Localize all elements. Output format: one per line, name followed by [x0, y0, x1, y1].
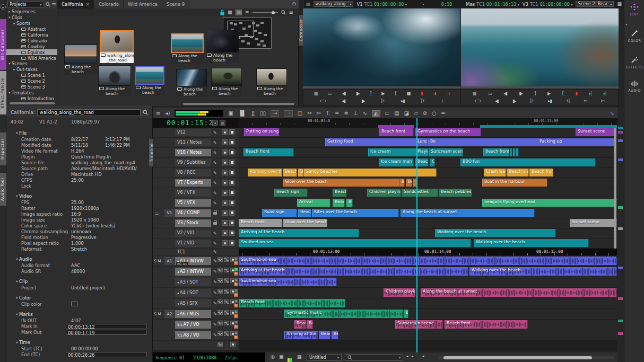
timeline-clip[interactable]: B: [404, 310, 408, 318]
timeline-clip[interactable]: Along the beach at sunset: [421, 288, 617, 297]
record-button[interactable]: ○: [432, 111, 437, 116]
timeline-clip[interactable]: Packing up: [537, 138, 616, 146]
play-button[interactable]: ▶: [547, 91, 550, 96]
track-lock-icon[interactable]: [213, 218, 217, 228]
solo-mute-stack[interactable]: SM: [234, 331, 238, 339]
track-name-button-V12[interactable]: V12: [175, 129, 211, 136]
timeline-search-field[interactable]: ▾: [345, 354, 403, 361]
collapse-left-rail-button[interactable]: ▸: [1, 4, 6, 10]
tc-display-prev-button[interactable]: ◂: [212, 120, 218, 126]
source-clip-dropdown[interactable]: walking_along_▾: [314, 1, 354, 7]
play-button[interactable]: ▶: [381, 91, 384, 96]
track-pencil-icon[interactable]: ✎: [213, 168, 217, 178]
mark-clip-button[interactable]: ▭: [488, 91, 492, 96]
automation-curve-button[interactable]: [224, 310, 229, 315]
sidebar-item-color[interactable]: COLOR: [624, 30, 644, 43]
add-marker-button[interactable]: ▮: [421, 91, 422, 96]
timeline-clip[interactable]: [418, 257, 617, 265]
timeline-clip[interactable]: Sandcastles: [402, 189, 438, 197]
speaker-icon[interactable]: ◂): [165, 111, 170, 116]
timeline-clip[interactable]: Beach front: [243, 148, 294, 156]
pan-button[interactable]: ✏: [441, 111, 446, 116]
solo-mute-stack[interactable]: SM: [234, 289, 238, 297]
waveform-toggle-button[interactable]: [217, 310, 223, 315]
timeline-clip[interactable]: Be: [428, 138, 537, 146]
timeline-clip[interactable]: Suncream scene: [429, 148, 463, 156]
snap-icon[interactable]: ▦: [297, 354, 302, 359]
timeline-clip[interactable]: Be: [346, 199, 353, 207]
timeline-clip[interactable]: Sunset scene: [576, 128, 617, 136]
bin-clip-thumbnail[interactable]: [100, 30, 134, 52]
timeline-clip[interactable]: Beach: [333, 199, 345, 207]
track-pencil-icon[interactable]: ✎: [213, 330, 217, 340]
timeline-clip[interactable]: Ice cream: [368, 148, 415, 156]
timeline-clip[interactable]: Road sign: [262, 209, 297, 217]
timeline-clip[interactable]: Arriving at the beach: [239, 267, 468, 276]
lift-button[interactable]: ≑: [344, 111, 349, 116]
waveform-toggle-button[interactable]: [217, 268, 223, 272]
timeline-clip[interactable]: Walking over the beach: [435, 229, 556, 237]
track-name-button-A7[interactable]: 5.1A7 / VO: [175, 321, 211, 329]
step-backward-button[interactable]: ◂▮: [503, 91, 507, 96]
mute-button[interactable]: M: [234, 282, 238, 286]
timeline-clip[interactable]: Beach: [283, 169, 297, 176]
timeline-clip[interactable]: Getting food: [325, 138, 415, 146]
tree-item-clips[interactable]: ▾Clips: [6, 15, 57, 21]
automation-curve-button[interactable]: [224, 268, 229, 272]
track-name-button-V1[interactable]: V1 / VID: [175, 240, 211, 247]
timeline-clip[interactable]: Beach: [333, 189, 347, 197]
timeline-clip[interactable]: Beach view: [507, 169, 529, 176]
waveform-toggle-button[interactable]: [217, 342, 223, 347]
record-clip-dropdown[interactable]: Scene 2: Beac▾: [576, 1, 614, 7]
track-name-button-A8[interactable]: 7.1A8 / VO: [175, 331, 211, 339]
timeline-clip[interactable]: Be: [406, 179, 412, 187]
mark-clip-alt-button[interactable]: ⊥: [441, 99, 444, 103]
timeline-clip[interactable]: Arrival: [297, 199, 330, 207]
waveform-toggle-button[interactable]: [217, 289, 223, 294]
timeline-clip[interactable]: Gymnastics on the beach: [415, 128, 481, 136]
timeline-clip[interactable]: Be: [332, 331, 338, 339]
automation-curve-button[interactable]: [224, 321, 229, 325]
bin-tab-colorado[interactable]: Colorado: [94, 0, 124, 8]
scissors-button[interactable]: ✂: [584, 99, 587, 103]
timeline-hscroll-handle[interactable]: [443, 356, 592, 359]
splice-in-button[interactable]: →: [271, 110, 279, 117]
mark-clip-button[interactable]: ⊥: [353, 111, 358, 116]
bin-clip-thumbnail[interactable]: [135, 66, 164, 85]
bin-tab-scene-9[interactable]: Scene 9: [162, 0, 189, 8]
track-monitor-button[interactable]: [222, 160, 228, 165]
timeline-clip[interactable]: Sunscream scene: [395, 320, 443, 329]
tc-display-mode-button[interactable]: ▥: [220, 120, 225, 126]
inspector-section-clip[interactable]: ▾Clip: [6, 277, 152, 285]
inspector-section-file[interactable]: ▾File: [6, 129, 152, 137]
bin-clip-thumbnail[interactable]: [98, 65, 131, 86]
track-record-button[interactable]: [229, 210, 234, 216]
mark-out-button[interactable]: ]: [534, 91, 535, 96]
overwrite-button[interactable]: ⇉: [447, 91, 450, 96]
track-name-button-V9[interactable]: V9 / Subtitles: [175, 159, 211, 166]
mute-button[interactable]: M: [234, 335, 238, 339]
mark-out-button[interactable]: ]: [370, 91, 371, 96]
waveform-toggle-button[interactable]: [217, 321, 223, 325]
splice-in-button[interactable]: ⇉: [433, 91, 436, 96]
timeline-clip[interactable]: Be: [298, 169, 304, 176]
razor-button[interactable]: ✄: [317, 111, 321, 116]
record-grid-button[interactable]: ▦: [473, 91, 476, 96]
track-pencil-icon[interactable]: ✎: [213, 277, 217, 287]
track-name-button-V2[interactable]: V2 / VID: [175, 229, 211, 237]
timeline-clip[interactable]: Be: [307, 320, 313, 329]
inspector-section-color[interactable]: ▾Color: [6, 294, 152, 302]
track-color-icon[interactable]: [288, 358, 292, 362]
timeline-clip[interactable]: Arriving at the be: [284, 331, 318, 339]
tree-item-abstract[interactable]: Abstract: [6, 27, 57, 32]
go-to-out-button[interactable]: ]+: [381, 99, 385, 103]
timeline-clip[interactable]: Lunch: [415, 138, 428, 146]
track-monitor-button[interactable]: [222, 190, 228, 196]
track-record-button[interactable]: [229, 160, 234, 165]
track-name-button-V11[interactable]: V11 / Notes: [175, 139, 211, 146]
track-monitor-button[interactable]: [222, 210, 228, 216]
source-track-button[interactable]: A2: [164, 310, 175, 318]
waveform-toggle-button[interactable]: [217, 331, 223, 336]
solo-mute-stack[interactable]: SM: [234, 299, 238, 307]
timeline-clip[interactable]: Beach sign: [274, 189, 308, 197]
